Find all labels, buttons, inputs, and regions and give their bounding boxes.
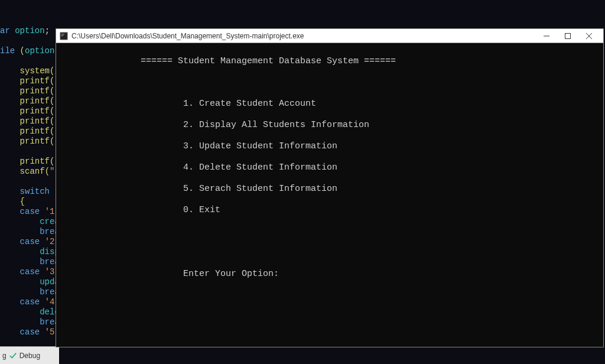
check-icon [9,352,17,360]
maximize-button[interactable] [557,30,578,43]
console-blank-line [61,226,599,237]
svg-rect-2 [61,35,64,36]
console-blank-line [61,77,599,88]
window-title: C:\Users\Dell\Downloads\Student_Manageme… [71,32,536,40]
console-window: C:\Users\Dell\Downloads\Student_Manageme… [56,28,604,347]
tab-fragment[interactable]: g [2,352,6,360]
app-icon [60,32,68,40]
minimize-button[interactable] [536,30,557,43]
menu-item-0: 0. Exit [61,205,599,216]
bottom-tab-bar: g Debug [0,346,59,364]
menu-item-1: 1. Create Student Account [61,99,599,109]
console-prompt: Enter Your Option: [61,269,599,280]
window-titlebar[interactable]: C:\Users\Dell\Downloads\Student_Manageme… [56,29,603,43]
menu-item-4: 4. Delete Student Information [61,162,599,173]
svg-rect-4 [565,33,571,38]
menu-item-3: 3. Update Student Information [61,141,599,152]
maximize-icon [565,33,571,39]
console-output[interactable]: ====== Student Management Database Syste… [56,43,603,347]
window-controls [536,30,600,43]
console-header-line: ====== Student Management Database Syste… [61,56,599,67]
console-blank-line [61,248,599,258]
close-icon [586,33,592,39]
menu-item-2: 2. Display All Students Information [61,120,599,131]
svg-rect-1 [61,34,64,34]
menu-item-5: 5. Serach Student Information [61,184,599,194]
close-button[interactable] [578,30,600,43]
debug-tab[interactable]: Debug [19,352,40,360]
minimize-icon [544,33,549,39]
